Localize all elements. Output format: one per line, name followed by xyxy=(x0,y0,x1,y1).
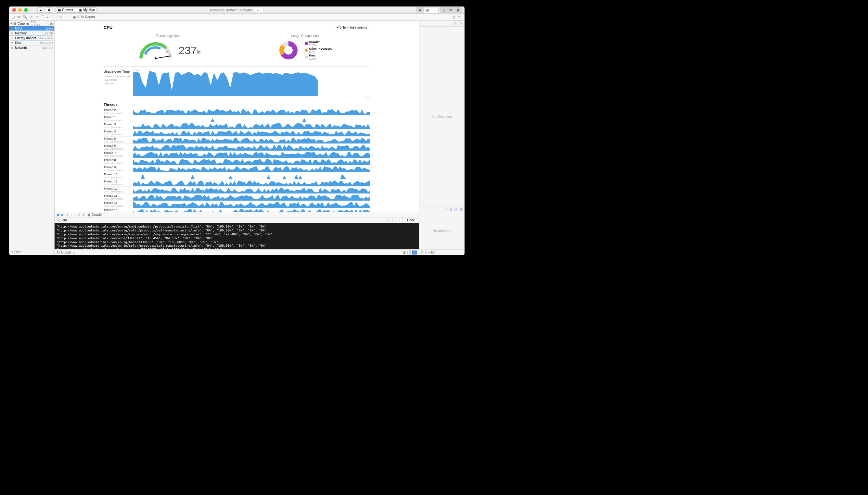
gauge-icon: ▣ xyxy=(11,27,14,30)
thread-sparkline xyxy=(133,138,370,143)
project-nav-icon[interactable]: ▢ xyxy=(12,15,15,19)
library-media-tab[interactable]: ▣ xyxy=(459,207,463,211)
console-filter-input[interactable] xyxy=(62,219,127,222)
back-button[interactable]: 〈 xyxy=(63,15,67,19)
output-scope[interactable]: All Output xyxy=(56,251,71,254)
gauge-energy-impact[interactable]: ⚡Energy ImpactVery High xyxy=(9,36,54,40)
thread-row: Thread 4QoS Unavailable xyxy=(104,129,370,136)
profile-in-instruments-button[interactable]: Profile in Instruments xyxy=(333,25,370,30)
step-over-icon[interactable]: ⤼ xyxy=(66,213,68,217)
test-nav-icon[interactable]: ◇ xyxy=(36,15,38,19)
gauge-memory[interactable]: ▤Memory1.84 GB xyxy=(9,31,54,36)
scope-chevron-icon[interactable]: ◇ xyxy=(73,251,75,254)
disclosure-icon[interactable]: ▾ xyxy=(11,22,12,25)
doc-icon: ▣ xyxy=(73,15,76,19)
help-inspector-icon[interactable]: ?⃝ xyxy=(458,15,461,19)
breakpoint-nav-icon[interactable]: ▸ xyxy=(47,15,49,19)
console-output[interactable]: "http://www.appliedmaterials.com/en-sg/s… xyxy=(54,223,419,249)
related-items-icon[interactable]: ⊞ xyxy=(60,15,62,19)
issues-badge[interactable]: ▲1 xyxy=(255,8,263,12)
show-variables-view[interactable]: ▯ xyxy=(408,251,412,255)
toggle-breakpoints-icon[interactable]: ▣ xyxy=(56,213,60,217)
gauge-icon: ⇅ xyxy=(11,47,14,50)
library-object-tab[interactable]: ◎ xyxy=(454,207,457,211)
file-inspector-tab[interactable]: 🗋 xyxy=(454,22,457,25)
destination-label: My Mac xyxy=(83,8,95,12)
svg-text:40: 40 xyxy=(148,46,150,48)
step-into-icon[interactable]: ↓ xyxy=(70,213,72,217)
library-file-tab[interactable]: 🗋 xyxy=(444,207,448,211)
stop-button[interactable]: ■ xyxy=(46,7,52,13)
debug-view-icon[interactable]: ⊞ xyxy=(78,213,80,217)
thread-row: Thread 13QoS Unavailable xyxy=(104,193,370,201)
library-empty-label: No Matches xyxy=(432,229,452,233)
usage-over-time-chart: 579% 193s xyxy=(133,70,370,96)
editor-mode-assistant[interactable]: ◫ xyxy=(424,7,431,13)
show-console-view[interactable]: ▯ xyxy=(412,251,417,255)
record-icon[interactable]: ◉ xyxy=(50,22,53,25)
percent-used-value: 237 xyxy=(178,44,197,56)
file-inspector-icon[interactable]: 🗋 xyxy=(453,15,456,19)
process-icon: ▦ xyxy=(87,213,90,217)
library-filter-input[interactable] xyxy=(428,251,464,254)
report-nav-icon[interactable]: ☰ xyxy=(51,15,54,19)
prev-match-button[interactable]: 〈 xyxy=(393,218,397,223)
breadcrumb-item[interactable]: CPU Report xyxy=(77,15,95,19)
scheme-label: Crawler xyxy=(62,8,73,12)
percent-used-label: Percentage Used xyxy=(156,34,181,38)
window-minimize-button[interactable] xyxy=(18,8,22,12)
thread-row: Thread 15QoS Unavailable xyxy=(104,208,370,211)
window-close-button[interactable] xyxy=(12,8,16,12)
thread-sparkline xyxy=(133,173,370,179)
filter-icon: ⊕ xyxy=(11,250,13,254)
debug-process[interactable]: Crawler xyxy=(92,213,103,217)
thread-row: Thread 8QoS Unavailable xyxy=(104,158,370,165)
svg-text:20: 20 xyxy=(143,51,145,53)
toggle-inspector[interactable]: ▯ xyxy=(455,7,462,13)
thread-row: Thread 9QoS Unavailable xyxy=(104,165,370,172)
find-nav-icon[interactable]: 🔍 xyxy=(23,15,27,19)
symbol-nav-icon[interactable]: ⧉ xyxy=(18,15,20,19)
gauge-icon: ◔ xyxy=(11,41,14,45)
next-match-button[interactable]: 〉 xyxy=(398,218,403,223)
thread-sparkline xyxy=(133,109,370,115)
issue-nav-icon[interactable]: ⚠ xyxy=(30,15,33,19)
continue-icon[interactable]: ▶ xyxy=(61,213,64,217)
location-icon[interactable]: ➤ xyxy=(82,213,85,217)
debug-nav-icon[interactable]: ☰ xyxy=(41,15,44,19)
done-button[interactable]: Done xyxy=(405,218,417,222)
library-code-tab[interactable]: {} xyxy=(450,207,452,211)
editor-mode-standard[interactable]: ≡ xyxy=(417,7,424,13)
cpu-gauge: 20 40 60 80 100 xyxy=(136,39,175,62)
legend-item: Other Processes63% xyxy=(305,47,332,54)
toggle-navigator[interactable]: ▯ xyxy=(440,7,447,13)
thread-sparkline xyxy=(133,195,370,201)
gauge-disk[interactable]: ◔DiskZero KB/s xyxy=(9,40,54,46)
process-name[interactable]: Crawler xyxy=(18,22,30,25)
scheme-selector[interactable]: ▦ Crawler 〉 ▣ My Mac xyxy=(55,7,97,13)
gauge-cpu[interactable]: ▣CPU237% xyxy=(9,26,54,31)
thread-row: Thread 7QoS Unavailable xyxy=(104,151,370,158)
grid-icon[interactable]: ⊞ xyxy=(421,251,423,254)
usage-over-time-label: Usage over Time xyxy=(104,70,133,73)
window-zoom-button[interactable] xyxy=(24,8,28,12)
svg-text:100: 100 xyxy=(165,51,168,53)
toggle-debug-area[interactable]: ▭ xyxy=(447,7,455,13)
thread-sparkline xyxy=(133,209,370,211)
thread-row: Thread 2QoS Unavailable xyxy=(104,108,370,115)
trash-icon[interactable]: 🗑 xyxy=(403,251,406,254)
navigator-filter-input[interactable] xyxy=(14,250,55,254)
forward-button[interactable]: 〉 xyxy=(68,15,71,19)
thread-sparkline xyxy=(133,131,370,136)
editor-mode-version[interactable]: ↔ xyxy=(431,7,438,13)
thread-row: Thread 10QoS Unavailable xyxy=(104,172,370,179)
quick-help-tab[interactable]: ?⃝ xyxy=(459,22,463,25)
run-button[interactable]: ▶ xyxy=(37,7,44,13)
step-out-icon[interactable]: ↑ xyxy=(74,213,76,217)
svg-point-1 xyxy=(154,57,157,59)
svg-text:80: 80 xyxy=(161,46,163,48)
clear-filter-icon[interactable]: ⓧ xyxy=(387,218,391,223)
thread-sparkline xyxy=(133,188,370,193)
thread-sparkline xyxy=(133,123,370,129)
gauge-network[interactable]: ⇅Network44 KB/s xyxy=(9,46,54,50)
